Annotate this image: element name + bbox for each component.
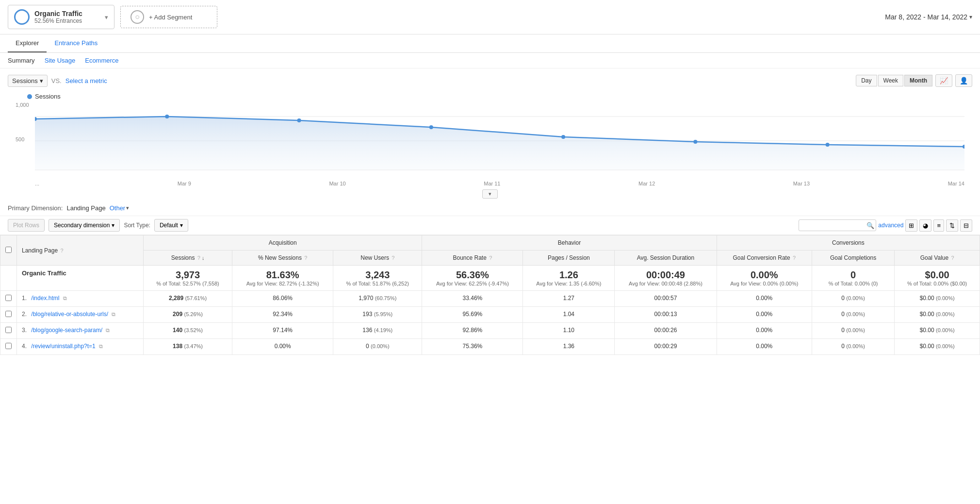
segment-organic[interactable]: Organic Traffic 52.56% Entrances ▾ <box>8 5 114 29</box>
row2-goal-value: $0.00 <box>920 311 934 318</box>
add-segment-label: + Add Segment <box>149 14 192 21</box>
row3-sessions: 140 <box>173 327 182 334</box>
row4-goal-conv-cell: 0.00% <box>717 339 812 355</box>
other-dimension-link[interactable]: Other ▾ <box>110 204 130 212</box>
row4-sessions: 138 <box>173 343 182 350</box>
grid-view-button[interactable]: ⊞ <box>905 219 917 232</box>
select-metric-link[interactable]: Select a metric <box>65 77 107 84</box>
row4-external-icon: ⧉ <box>99 343 103 349</box>
total-bounce-rate-cell: 56.36% Avg for View: 62.25% (-9.47%) <box>422 266 523 291</box>
goal-comp-col-header[interactable]: Goal Completions <box>812 251 894 266</box>
pages-session-col-header[interactable]: Pages / Session <box>523 251 615 266</box>
month-button[interactable]: Month <box>904 75 932 86</box>
metric-dropdown[interactable]: Sessions ▾ <box>8 75 48 87</box>
row2-goal-comp-cell: 0 (0.00%) <box>812 307 894 323</box>
select-all-header <box>0 235 17 266</box>
row3-sessions-cell: 140 (3.52%) <box>144 323 232 339</box>
tab-entrance-paths[interactable]: Entrance Paths <box>47 34 105 52</box>
plot-rows-button[interactable]: Plot Rows <box>8 219 45 232</box>
row3-avg-session-cell: 00:00:26 <box>615 323 717 339</box>
row1-checkbox[interactable] <box>5 295 12 301</box>
chart-legend: Sessions <box>8 93 972 100</box>
sec-dim-arrow-icon: ▾ <box>112 222 114 229</box>
total-goal-conv: 0.00% <box>722 269 807 281</box>
bar-chart-icon[interactable]: 👤 <box>955 74 972 87</box>
goal-value-col-header[interactable]: Goal Value ? <box>895 251 980 266</box>
landing-page-help-icon[interactable]: ? <box>60 248 63 253</box>
collapse-button[interactable]: ▾ <box>482 189 498 199</box>
row1-page-link[interactable]: /index.html <box>31 295 59 302</box>
row2-checkbox-cell[interactable] <box>0 307 17 323</box>
row3-bounce-rate-cell: 92.86% <box>422 323 523 339</box>
total-label: Organic Traffic <box>22 269 66 277</box>
time-controls: Day Week Month 📈 👤 <box>856 74 972 87</box>
subtab-site-usage[interactable]: Site Usage <box>45 57 76 64</box>
row4-page-link[interactable]: /review/uninstall.php?t=1 <box>31 343 95 350</box>
sessions-col-header[interactable]: Sessions ?↓ <box>144 251 232 266</box>
total-goal-comp-sub: % of Total: 0.00% (0) <box>817 281 889 286</box>
behavior-header: Behavior <box>422 235 717 251</box>
row3-checkbox[interactable] <box>5 327 12 333</box>
total-new-users-cell: 3,243 % of Total: 51.87% (6,252) <box>333 266 422 291</box>
pie-view-button[interactable]: ◕ <box>919 219 931 232</box>
row2-page-link[interactable]: /blog/relative-or-absolute-urls/ <box>31 311 108 318</box>
new-users-col-header[interactable]: New Users ? <box>333 251 422 266</box>
primary-dim-label: Primary Dimension: <box>8 204 63 212</box>
new-sessions-col-header[interactable]: % New Sessions ? <box>232 251 333 266</box>
add-segment-button[interactable]: ○ + Add Segment <box>120 6 217 28</box>
conversions-header: Conversions <box>717 235 980 251</box>
table-row: 2. /blog/relative-or-absolute-urls/ ⧉ 20… <box>0 307 980 323</box>
row1-goal-value: $0.00 <box>920 295 934 302</box>
row4-new-users: 0 <box>366 343 369 350</box>
row2-goal-comp-pct: (0.00%) <box>846 311 865 317</box>
subtab-ecommerce[interactable]: Ecommerce <box>85 57 118 64</box>
row2-external-icon: ⧉ <box>112 311 115 317</box>
sub-tabs-bar: Summary Site Usage Ecommerce <box>0 53 980 68</box>
row2-checkbox[interactable] <box>5 311 12 317</box>
row4-checkbox[interactable] <box>5 343 12 349</box>
goal-conv-col-header[interactable]: Goal Conversion Rate ? <box>717 251 812 266</box>
chevron-down-icon: ▾ <box>105 14 108 21</box>
select-all-checkbox[interactable] <box>5 247 12 253</box>
pivot-view-button[interactable]: ⊟ <box>960 219 972 232</box>
svg-marker-3 <box>35 117 964 170</box>
tab-explorer[interactable]: Explorer <box>8 34 47 52</box>
compare-view-button[interactable]: ⇅ <box>946 219 958 232</box>
row1-new-sessions-cell: 86.06% <box>232 291 333 307</box>
row2-pages-session: 1.04 <box>563 311 574 318</box>
x-label-3: Mar 11 <box>484 181 500 186</box>
advanced-link[interactable]: advanced <box>878 222 903 229</box>
row4-avg-session-cell: 00:00:29 <box>615 339 717 355</box>
secondary-dimension-button[interactable]: Secondary dimension ▾ <box>49 219 120 232</box>
row3-new-sessions: 97.14% <box>273 327 293 334</box>
line-chart <box>35 102 964 180</box>
row1-new-users: 1,970 <box>359 295 373 302</box>
week-button[interactable]: Week <box>878 75 903 86</box>
bounce-rate-col-header[interactable]: Bounce Rate ? <box>422 251 523 266</box>
row4-goal-conv: 0.00% <box>756 343 772 350</box>
date-range-arrow-icon: ▾ <box>969 14 972 20</box>
row3-checkbox-cell[interactable] <box>0 323 17 339</box>
row3-goal-value-pct: (0.00%) <box>936 327 955 333</box>
metric-label: Sessions <box>12 77 38 84</box>
avg-session-col-header[interactable]: Avg. Session Duration <box>615 251 717 266</box>
search-input[interactable] <box>799 219 876 231</box>
row1-goal-comp-cell: 0 (0.00%) <box>812 291 894 307</box>
total-pages-session-sub: Avg for View: 1.35 (-6.60%) <box>528 281 609 286</box>
date-range-picker[interactable]: Mar 8, 2022 - Mar 14, 2022 ▾ <box>885 13 972 21</box>
row4-goal-value: $0.00 <box>920 343 934 350</box>
row2-pages-session-cell: 1.04 <box>523 307 615 323</box>
row4-checkbox-cell[interactable] <box>0 339 17 355</box>
total-sessions: 3,973 <box>148 269 227 281</box>
total-goal-value-cell: $0.00 % of Total: 0.00% ($0.00) <box>895 266 980 291</box>
day-button[interactable]: Day <box>856 75 877 86</box>
row1-checkbox-cell[interactable] <box>0 291 17 307</box>
sort-type-dropdown[interactable]: Default ▾ <box>154 219 188 232</box>
subtab-summary[interactable]: Summary <box>8 57 35 64</box>
row4-goal-value-cell: $0.00 (0.00%) <box>895 339 980 355</box>
row3-new-users: 136 <box>362 327 372 334</box>
list-view-button[interactable]: ≡ <box>933 219 944 232</box>
line-chart-icon[interactable]: 📈 <box>935 74 952 87</box>
row3-page-link[interactable]: /blog/google-search-param/ <box>31 327 102 334</box>
row2-new-users-pct: (5.95%) <box>374 311 393 317</box>
